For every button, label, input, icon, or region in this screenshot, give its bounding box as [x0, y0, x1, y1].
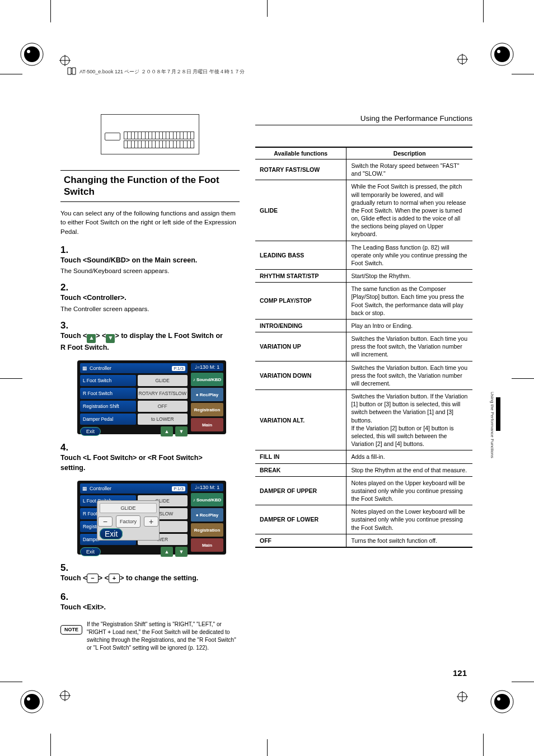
- main-button[interactable]: Main: [191, 538, 223, 552]
- corner-mark-br: [489, 689, 515, 715]
- device-screen-2: ▦ Controller P.1/3 L Foot SwitchGLIDE R …: [77, 481, 226, 555]
- overlay-exit-button[interactable]: Exit: [100, 528, 123, 539]
- page-number: 121: [453, 668, 467, 678]
- value-editor-overlay: GLIDE − Factory + Exit: [97, 500, 160, 541]
- table-row: FILL INAdds a fill-in.: [255, 450, 472, 463]
- tempo-display: ♩=130 M: 1: [191, 483, 223, 491]
- row-label[interactable]: L Foot Switch: [80, 375, 136, 386]
- right-column: Using the Performance Functions Availabl…: [255, 114, 472, 652]
- step-4: 4. Touch <L Foot Switch> or <R Foot Swit…: [60, 442, 240, 473]
- breadcrumb: Using the Performance Functions: [255, 114, 472, 125]
- svg-point-21: [458, 692, 467, 701]
- svg-point-11: [497, 697, 500, 701]
- step-number: 5.: [60, 562, 74, 574]
- svg-point-5: [497, 50, 500, 53]
- table-row: BREAKStop the Rhythm at the end of that …: [255, 463, 472, 476]
- step-title: Touch <▲> <▼> to display the L Foot Swit…: [60, 331, 224, 353]
- sound-kbd-button[interactable]: ♪ Sound/KBD: [191, 493, 223, 506]
- reg-mark-tl: [59, 55, 71, 66]
- reg-mark-bl: [59, 690, 71, 701]
- tempo-display: ♩=130 M: 1: [191, 363, 223, 371]
- exit-button[interactable]: Exit: [80, 547, 101, 556]
- table-row: VARIATION ALT.Switches the Variation but…: [255, 390, 472, 450]
- svg-point-2: [27, 50, 30, 53]
- exit-button[interactable]: Exit: [80, 427, 101, 436]
- arrow-up-button[interactable]: ▲: [161, 426, 173, 436]
- row-label[interactable]: Registration Shift: [80, 401, 136, 412]
- step-1: 1. Touch <Sound/KBD> on the Main screen.…: [60, 245, 240, 275]
- screen-title: Controller: [90, 365, 170, 371]
- registration-button[interactable]: Registration: [191, 403, 223, 416]
- page-frame: AT-500_e.book 121 ページ ２００８年７月２８日 月曜日 午後４…: [34, 67, 500, 689]
- note-text: If the "Registration Shift" setting is "…: [87, 621, 240, 652]
- side-tab: Using the Performance Functions: [490, 353, 500, 554]
- step-2: 2. Touch <Controller>. The Controller sc…: [60, 282, 240, 312]
- svg-point-7: [24, 694, 40, 710]
- svg-point-3: [491, 43, 513, 65]
- row-value[interactable]: to LOWER: [138, 414, 188, 425]
- registration-button[interactable]: Registration: [191, 523, 223, 537]
- row-value[interactable]: ROTARY FAST/SLOW: [138, 388, 188, 399]
- rec-play-button[interactable]: ● Rec/Play: [191, 508, 223, 522]
- table-row: VARIATION DOWNSwitches the Variation but…: [255, 361, 472, 390]
- table-row: OFFTurns the foot switch function off.: [255, 534, 472, 547]
- screen-page: P.1/3: [172, 366, 185, 371]
- book-icon: [67, 67, 76, 76]
- svg-point-8: [27, 697, 30, 701]
- left-column: Changing the Function of the Foot Switch…: [60, 114, 240, 652]
- minus-box: −: [87, 574, 98, 583]
- page-header-line: AT-500_e.book 121 ページ ２００８年７月２８日 月曜日 午後４…: [34, 67, 500, 114]
- arrow-down-button[interactable]: ▼: [175, 426, 188, 436]
- table-row: COMP PLAY/STOPThe same function as the C…: [255, 283, 472, 320]
- table-row: GLIDEWhile the Foot Switch is pressed, t…: [255, 180, 472, 241]
- step-subtext: The Sound/Keyboard screen appears.: [60, 267, 224, 274]
- step-3: 3. Touch <▲> <▼> to display the L Foot S…: [60, 320, 240, 353]
- plus-button[interactable]: +: [144, 516, 158, 527]
- svg-point-6: [21, 691, 43, 713]
- table-row: LEADING BASSThe Leading Bass function (p…: [255, 241, 472, 270]
- arrow-up-button[interactable]: ▲: [161, 547, 173, 557]
- factory-button[interactable]: Factory: [116, 515, 140, 528]
- step-title: Touch <Sound/KBD> on the Main screen.: [60, 256, 224, 266]
- step-5: 5. Touch <−> <+> to change the setting.: [60, 562, 240, 584]
- table-row: DAMPER OF UPPERNotes played on the Upper…: [255, 476, 472, 505]
- step-number: 1.: [60, 245, 74, 256]
- reg-mark-br: [457, 691, 468, 702]
- overlay-value: GLIDE: [100, 503, 157, 513]
- header-text: AT-500_e.book 121 ページ ２００８年７月２８日 月曜日 午後４…: [79, 68, 245, 76]
- svg-point-15: [458, 55, 467, 64]
- svg-point-4: [494, 46, 510, 62]
- minus-button[interactable]: −: [98, 516, 113, 527]
- rec-play-button[interactable]: ● Rec/Play: [191, 388, 223, 401]
- main-button[interactable]: Main: [191, 418, 223, 431]
- screen-title: Controller: [90, 486, 170, 491]
- functions-table: Available functions Description ROTARY F…: [255, 147, 472, 548]
- table-row: DAMPER OF LOWERNotes played on the Lower…: [255, 505, 472, 534]
- step-subtext: The Controller screen appears.: [60, 306, 224, 312]
- svg-point-0: [21, 43, 43, 65]
- arrow-down-button[interactable]: ▼: [175, 547, 188, 557]
- step-number: 6.: [60, 591, 74, 603]
- row-label[interactable]: R Foot Switch: [80, 388, 136, 399]
- intro-text: You can select any of the following func…: [60, 209, 240, 237]
- table-row: ROTARY FAST/SLOWSwitch the Rotary speed …: [255, 159, 472, 180]
- step-number: 4.: [60, 442, 74, 453]
- table-header: Available functions: [255, 147, 346, 159]
- svg-point-9: [491, 691, 513, 713]
- plus-box: +: [109, 574, 120, 583]
- row-value[interactable]: OFF: [138, 401, 188, 412]
- step-number: 3.: [60, 320, 74, 331]
- side-tab-bar: [496, 397, 500, 431]
- table-row: VARIATION UPSwitches the Variation butto…: [255, 332, 472, 361]
- table-header: Description: [346, 147, 472, 159]
- corner-mark-tr: [489, 41, 515, 67]
- note-badge: NOTE: [60, 625, 82, 635]
- row-label[interactable]: Damper Pedal: [80, 414, 136, 425]
- arrow-down-icon: ▼: [106, 334, 115, 343]
- sound-kbd-button[interactable]: ♪ Sound/KBD: [191, 373, 223, 386]
- table-row: RHYTHM START/STPStart/Stop the Rhythm.: [255, 270, 472, 283]
- svg-point-1: [24, 46, 40, 62]
- row-value[interactable]: GLIDE: [138, 375, 188, 386]
- step-6: 6. Touch <Exit>.: [60, 591, 240, 613]
- screen-page: P.1/3: [172, 486, 185, 491]
